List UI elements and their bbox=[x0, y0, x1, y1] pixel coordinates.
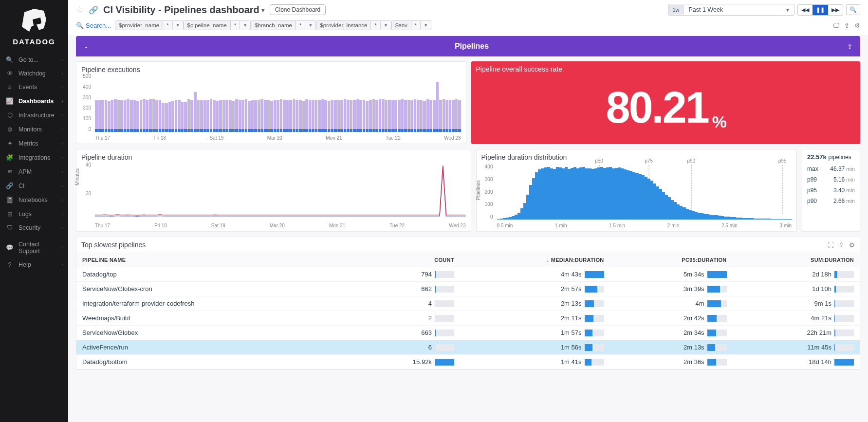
table-row[interactable]: ServiceNow/Globex 663 1m 57s 2m 34s 22h … bbox=[76, 326, 860, 340]
share-icon[interactable]: ⇪ bbox=[847, 43, 852, 50]
nav-icon: 💬 bbox=[6, 244, 14, 251]
step-forward-button[interactable]: ▶▶ bbox=[828, 5, 843, 15]
panel-distribution-stats: 22.57k pipelines max46.37minp995.16minp9… bbox=[802, 149, 860, 232]
bar-chart bbox=[95, 73, 461, 132]
chevron-right-icon: › bbox=[62, 169, 63, 174]
sidebar-item-notebooks[interactable]: 📓Notebooks› bbox=[0, 193, 68, 207]
column-header[interactable]: SUM:DURATION bbox=[733, 253, 860, 267]
panel-title: Pipeline overall success rate bbox=[476, 65, 856, 73]
tv-mode-icon[interactable]: 🖵 bbox=[833, 22, 839, 29]
panel-title: Pipeline executions bbox=[81, 66, 461, 73]
panel-title: Top slowest pipelines bbox=[81, 241, 146, 249]
nav-icon: ≋ bbox=[6, 168, 14, 175]
fullscreen-icon[interactable]: ⛶ bbox=[828, 241, 834, 249]
chevron-right-icon: › bbox=[62, 198, 63, 202]
settings-icon[interactable]: ⚙ bbox=[849, 241, 855, 249]
sidebar-item-watchdog[interactable]: 👁Watchdog› bbox=[0, 67, 68, 80]
sidebar-item-apm[interactable]: ≋APM› bbox=[0, 165, 68, 179]
nav-icon: ⬡ bbox=[6, 111, 14, 119]
sidebar-item-metrics[interactable]: ✦Metrics› bbox=[0, 136, 68, 150]
table-row[interactable]: Datadog/bottom 15.92k 1m 41s 2m 36s 18d … bbox=[76, 355, 860, 369]
chevron-right-icon: › bbox=[62, 99, 63, 104]
chevron-right-icon: › bbox=[62, 212, 63, 217]
table-row[interactable]: ServiceNow/Globex-cron 662 2m 57s 3m 39s… bbox=[76, 282, 860, 296]
filter-provider_name[interactable]: $provider_name*▼ bbox=[115, 20, 184, 30]
nav-icon: ? bbox=[6, 261, 14, 268]
nav-icon: 🧩 bbox=[6, 154, 14, 161]
nav-icon: 👁 bbox=[6, 70, 14, 77]
brand-name: DATADOG bbox=[0, 37, 68, 46]
collapse-toggle-icon[interactable]: ⌄ bbox=[84, 43, 89, 50]
table-row[interactable]: Datadog/top 794 4m 43s 5m 34s 2d 18h bbox=[76, 267, 860, 282]
chevron-down-icon: ▾ bbox=[261, 6, 265, 14]
slowest-pipelines-table: PIPELINE NAMECOUNT↓ MEDIAN:DURATIONPC95:… bbox=[76, 253, 860, 369]
chevron-right-icon: › bbox=[62, 155, 63, 160]
group-title: Pipelines bbox=[96, 42, 847, 51]
step-back-button[interactable]: ◀◀ bbox=[798, 5, 813, 15]
filter-provider_instance[interactable]: $provider_instance*▼ bbox=[316, 20, 391, 30]
datadog-logo-icon bbox=[17, 5, 51, 34]
chevron-right-icon: › bbox=[62, 225, 63, 230]
table-row[interactable]: Weedmaps/Build 2 2m 11s 2m 42s 4m 21s bbox=[76, 311, 860, 326]
chevron-right-icon: › bbox=[62, 85, 63, 90]
zoom-button[interactable]: 🔍 bbox=[846, 4, 860, 15]
topbar: ☆ 🔗 CI Visibility - Pipelines dashboard … bbox=[68, 0, 868, 18]
chevron-right-icon: › bbox=[62, 262, 63, 267]
sidebar-item-logs[interactable]: ⊞Logs› bbox=[0, 207, 68, 221]
column-header[interactable]: PIPELINE NAME bbox=[76, 253, 345, 267]
histogram bbox=[497, 164, 792, 220]
sidebar-item-help[interactable]: ?Help› bbox=[0, 258, 68, 272]
sidebar-item-go-to-[interactable]: 🔍Go to...› bbox=[0, 53, 68, 67]
logo[interactable]: DATADOG bbox=[0, 0, 68, 50]
filter-pipeline_name[interactable]: $pipeline_name*▼ bbox=[184, 20, 251, 30]
filter-env[interactable]: $env*▼ bbox=[391, 20, 431, 30]
nav-icon: 🔍 bbox=[6, 56, 14, 63]
share-icon[interactable]: ⇪ bbox=[839, 241, 844, 249]
success-rate-value: 80.21% bbox=[476, 75, 856, 140]
filter-branch_name[interactable]: $branch_name*▼ bbox=[251, 20, 316, 30]
panel-top-slowest-pipelines: Top slowest pipelines ⛶ ⇪ ⚙ PIPELINE NAM… bbox=[76, 237, 860, 370]
sidebar-item-integrations[interactable]: 🧩Integrations› bbox=[0, 150, 68, 165]
settings-icon[interactable]: ⚙ bbox=[854, 22, 860, 29]
link-icon[interactable]: 🔗 bbox=[89, 5, 98, 15]
sidebar-item-contact-support[interactable]: 💬Contact Support› bbox=[0, 238, 68, 258]
panel-duration-distribution[interactable]: Pipeline duration distribution Pipelines… bbox=[476, 149, 797, 232]
column-header[interactable]: COUNT bbox=[345, 253, 460, 267]
table-row[interactable]: ActiveFence/run 6 1m 56s 2m 13s 11m 45s bbox=[76, 340, 860, 355]
nav-icon: ≡ bbox=[6, 84, 14, 91]
panel-pipeline-executions[interactable]: Pipeline executions 5004003002001000 Thu… bbox=[76, 61, 466, 144]
sidebar-item-ci[interactable]: 🔗CI› bbox=[0, 179, 68, 193]
nav-icon: 📓 bbox=[6, 196, 14, 203]
sidebar-item-events[interactable]: ≡Events› bbox=[0, 80, 68, 94]
nav-icon: ✦ bbox=[6, 140, 14, 147]
time-range-preset: 1w bbox=[668, 5, 683, 15]
favorite-star-icon[interactable]: ☆ bbox=[76, 4, 84, 15]
sidebar-item-monitors[interactable]: ⊚Monitors› bbox=[0, 122, 68, 136]
chevron-right-icon: › bbox=[62, 245, 63, 250]
table-row[interactable]: Integration/terraform-provider-codefresh… bbox=[76, 296, 860, 311]
sidebar-item-infrastructure[interactable]: ⬡Infrastructure› bbox=[0, 108, 68, 122]
chevron-right-icon: › bbox=[62, 183, 63, 188]
panel-title: Pipeline duration distribution bbox=[481, 153, 792, 161]
search-icon: 🔍 bbox=[76, 22, 84, 29]
group-header-pipelines: ⌄ Pipelines ⇪ bbox=[76, 36, 860, 56]
playback-controls: ◀◀ ❚❚ ▶▶ bbox=[797, 4, 843, 16]
column-header[interactable]: PC95:DURATION bbox=[610, 253, 733, 267]
search-link[interactable]: 🔍 Search... bbox=[76, 22, 111, 29]
chevron-right-icon: › bbox=[62, 141, 63, 146]
main: ☆ 🔗 CI Visibility - Pipelines dashboard … bbox=[68, 0, 868, 422]
sidebar-item-dashboards[interactable]: 📈Dashboards› bbox=[0, 94, 68, 108]
panel-success-rate[interactable]: Pipeline overall success rate 80.21% bbox=[471, 61, 861, 144]
sidebar-item-security[interactable]: 🛡Security› bbox=[0, 221, 68, 235]
filter-bar: 🔍 Search... $provider_name*▼$pipeline_na… bbox=[68, 18, 868, 35]
page-title[interactable]: CI Visibility - Pipelines dashboard ▾ bbox=[103, 4, 265, 16]
chevron-down-icon: ▼ bbox=[240, 21, 250, 29]
pause-button[interactable]: ❚❚ bbox=[813, 5, 828, 15]
chevron-right-icon: › bbox=[62, 127, 63, 132]
share-icon[interactable]: ⇪ bbox=[844, 22, 850, 29]
column-header[interactable]: ↓ MEDIAN:DURATION bbox=[460, 253, 610, 267]
time-range-picker[interactable]: 1w Past 1 Week ▼ bbox=[668, 4, 794, 16]
clone-dashboard-button[interactable]: Clone Dashboard bbox=[270, 4, 326, 15]
panel-pipeline-duration[interactable]: Pipeline duration Minutes 4020 Thu 17Fri… bbox=[76, 149, 471, 232]
chevron-down-icon: ▼ bbox=[380, 21, 391, 29]
